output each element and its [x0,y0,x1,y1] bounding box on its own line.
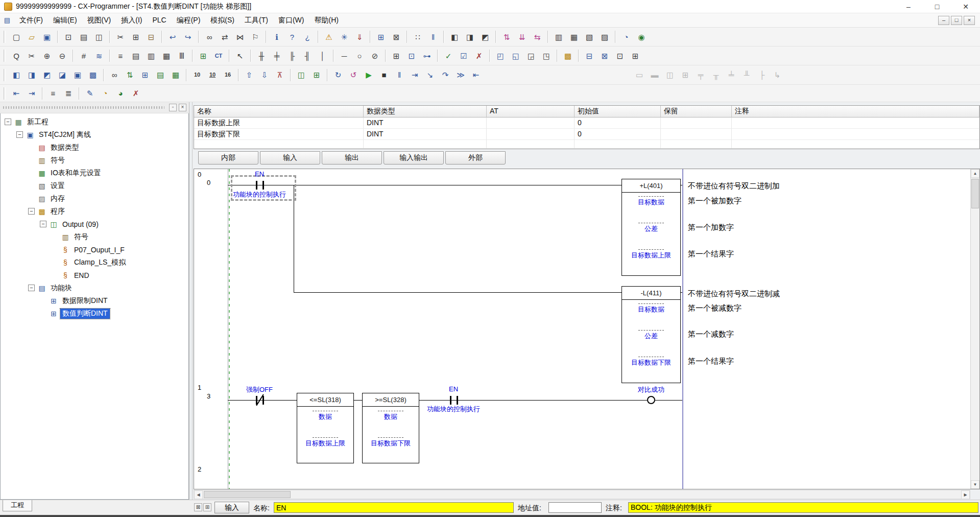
collapse-icon[interactable]: − [16,131,23,138]
rung-comment[interactable]: 第一个结果字 [688,249,734,259]
copy-button[interactable]: ⊞ [129,30,143,44]
tree-item-fb-data-limit-dint[interactable]: ⊞数据限制DINT [1,294,188,307]
zoom-cut-button[interactable]: ✂ [25,49,39,63]
coil-label[interactable]: 对比成功 [620,385,682,394]
tree-item-symbols[interactable]: ▥符号 [1,154,188,167]
align-bottom-button[interactable]: ╧ [724,68,738,82]
connect-left-button[interactable]: ├ [755,68,769,82]
monitor-window-button[interactable]: ⊞ [196,49,210,63]
save-button[interactable]: ▣ [40,30,54,44]
rung-wrap-button[interactable]: ▩ [561,49,575,63]
horizontal-line-button[interactable]: ─ [337,49,351,63]
scroll-left-icon[interactable]: ◀ [194,490,203,499]
force-reset-button[interactable]: ⇩ [257,68,272,82]
find-next-button[interactable]: ⋈ [233,30,247,44]
transfer-to-plc-button[interactable]: ⇓ [352,30,367,44]
var-col-comment[interactable]: 注释 [732,106,979,118]
var-col-at[interactable]: AT [487,106,575,118]
zoom-tool-button[interactable]: Q [9,49,23,63]
rung-list-button[interactable]: ≡ [113,49,128,63]
tab-external[interactable]: 外部 [445,151,506,165]
delete-mark-button[interactable]: ✗ [129,86,143,100]
var-col-initial[interactable]: 初始值 [575,106,661,118]
monitor-find-button[interactable]: ∞ [107,68,122,82]
menu-view[interactable]: 视图(V) [82,13,116,27]
tab-input-output[interactable]: 输入输出 [384,151,444,165]
vertical-line-button[interactable]: │ [316,49,330,63]
upload-button[interactable]: ⇅ [499,30,514,44]
block-edit-a-button[interactable]: ⊟ [582,49,596,63]
tab-outputs[interactable]: 输出 [322,151,382,165]
fb-protect-button[interactable]: ◲ [524,49,538,63]
simulation-pause-button[interactable]: ‖ [392,68,407,82]
window-arrange-button[interactable]: ◪ [55,68,69,82]
workspace-pin-icon[interactable]: ▫ [169,104,177,111]
screen-capture-button[interactable]: ⊡ [61,30,76,44]
contact-force-bar[interactable] [262,396,264,405]
zoom-out-button[interactable]: ⊖ [55,49,69,63]
watch-add-button[interactable]: ⊞ [309,68,324,82]
align-list-wide-button[interactable]: ≣ [61,86,76,100]
contact-or-no-button[interactable]: ╟ [285,49,299,63]
plc-memory-button[interactable]: ▥ [552,30,566,44]
work-online-simulator-button[interactable]: ↺ [346,68,361,82]
window-output-button[interactable]: ▣ [70,68,85,82]
block-edit-d-button[interactable]: ⊞ [628,49,642,63]
tree-item-section-clamp-ls[interactable]: §Clamp_LS_模拟 [1,256,188,269]
collapse-icon[interactable]: − [5,119,11,125]
tree-item-settings[interactable]: ▧设置 [1,179,188,192]
context-help-button[interactable]: ¿ [300,30,315,44]
scroll-down-icon[interactable]: ▼ [971,480,979,489]
rung-split-button[interactable]: ◫ [663,68,677,82]
var-col-type[interactable]: 数据类型 [364,106,487,118]
contact-en1-bar[interactable] [256,181,257,190]
align-list-button[interactable]: ≡ [46,86,60,100]
io-comment-button[interactable]: ∷ [411,30,425,44]
menu-plc[interactable]: PLC [147,13,171,27]
ct-view-button[interactable]: CT [211,49,226,63]
online-edit-button[interactable]: ☑ [457,49,471,63]
tree-item-data-types[interactable]: ▤数据类型 [1,141,188,154]
rung-comment[interactable]: 第一个加数字 [688,223,734,232]
contact-force-label[interactable]: 强制OFF [234,385,285,394]
program-check-button[interactable]: ✓ [441,49,456,63]
menu-file[interactable]: 文件(F) [14,13,48,27]
grid-toggle-icon[interactable]: ⊠ [194,503,202,511]
window-diff-button[interactable]: ◧ [447,30,462,44]
operand-label[interactable]: 目标数据下限 [622,357,680,367]
maximize-button[interactable]: □ [923,0,951,13]
window-watch-button[interactable]: ▩ [86,68,100,82]
contact-en1-bar[interactable] [262,181,264,190]
tree-item-output-09[interactable]: −◫Output (09) [1,218,188,230]
drag-handle[interactable] [3,106,164,109]
window-cascade-button[interactable]: ◧ [9,68,23,82]
rung-comment[interactable]: 不带进位有符号双二进制加 [688,181,780,191]
force-cancel-button[interactable]: ⊼ [273,68,287,82]
menu-insert[interactable]: 插入(I) [116,13,147,27]
indent-right-button[interactable]: ⇥ [25,86,39,100]
simulation-run-button[interactable]: ▶ [362,68,376,82]
output-coil[interactable] [647,396,655,404]
window-tile-h-button[interactable]: ◨ [25,68,39,82]
operand-label[interactable]: 目标数据 [622,303,680,314]
menu-program[interactable]: 编程(P) [172,13,206,27]
contact-nc-button[interactable]: ╪ [270,49,284,63]
operand-label[interactable]: 数据 [297,411,353,421]
step-run-button[interactable]: ⇥ [408,68,422,82]
radix-decimal-button[interactable]: 10 [190,68,204,82]
rung-comment[interactable]: 第一个被减数字 [688,303,742,313]
horizontal-scroll-thumb[interactable] [204,491,291,498]
collapse-icon[interactable]: − [40,221,46,227]
network-view-button[interactable]: ≋ [92,49,106,63]
distribute-button[interactable]: ╨ [739,68,754,82]
contact-or-nc-button[interactable]: ╢ [300,49,315,63]
plc-settings-button[interactable]: ▧ [582,30,596,44]
block-edit-b-button[interactable]: ⊠ [597,49,612,63]
watch-window-button[interactable]: ⊞ [374,30,388,44]
fb-define-button[interactable]: ◰ [493,49,508,63]
force-set-button[interactable]: ⇧ [242,68,256,82]
instruction-box-button[interactable]: ⊞ [389,49,403,63]
rung-comment[interactable]: 第一个被加数字 [688,196,742,206]
var-col-name[interactable]: 名称 [194,106,364,118]
coil-tool-button[interactable]: ○ [352,49,367,63]
